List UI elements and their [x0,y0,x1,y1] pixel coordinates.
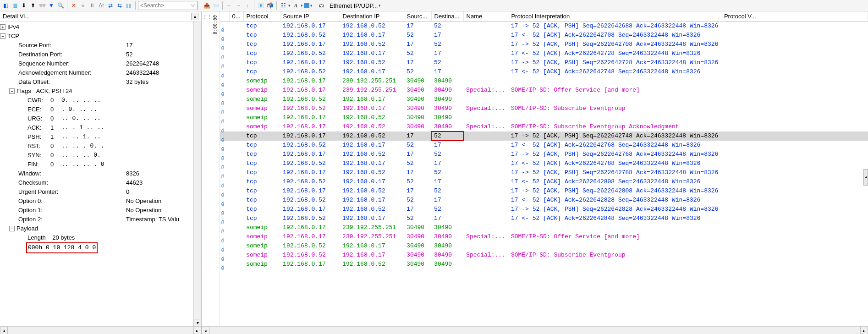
tree-field-dataoffset[interactable]: Data Offset:32 bytes [0,77,193,87]
signal-icon[interactable]: ⫿⫿ [125,1,133,10]
search-input[interactable] [138,1,198,10]
arrow-right-icon[interactable]: → [234,1,242,10]
col-source-ip[interactable]: Source IP [280,11,340,22]
packet-row[interactable]: ⎙tcp192.168.0.17192.168.0.52175217 -> 52… [220,58,868,67]
packet-row[interactable]: ⎙tcp192.168.0.17192.168.0.52175217 -> 52… [220,186,868,196]
detail-scrollbar-vertical[interactable]: ▾ [193,22,201,326]
packet-row[interactable]: ⎙tcp192.168.0.52192.168.0.17521717 <- 52… [220,159,868,168]
chevron-down-icon[interactable]: ▾ [310,3,313,8]
packet-row[interactable]: ⎙someip192.168.0.52192.168.0.17304903049… [220,241,868,251]
detail-tree[interactable]: +IPv4 −TCP Source Port:17 Destination Po… [0,22,193,326]
packet-row[interactable]: ⎙tcp192.168.0.17192.168.0.52175217 -> 52… [220,131,868,141]
collapse-icon[interactable]: − [9,226,15,231]
tree-flag-psh[interactable]: PSH:1.. .. 1. .. [0,132,193,142]
packet-row[interactable]: ⎙tcp192.168.0.17192.168.0.52175217 -> 52… [220,168,868,177]
send-b-icon[interactable]: 📨 [212,1,220,10]
col-pin[interactable] [220,11,229,22]
packet-row[interactable]: ⎙tcp192.168.0.52192.168.0.17521717 <- 52… [220,141,868,150]
export-icon[interactable]: ⬆ [29,1,37,10]
packet-row[interactable]: ⎙someip192.168.0.17192.168.0.52304903049… [220,113,868,122]
scroll-right-button[interactable]: ▸ [860,327,868,334]
collapse-handle[interactable]: ◂ [863,169,868,186]
tree-flag-rst[interactable]: RST:0.. .. . 0. . [0,142,193,151]
packet-row[interactable]: ⎙tcp192.168.0.52192.168.0.17521717 <- 52… [220,67,868,77]
config-icon[interactable]: 🗂 [318,1,326,10]
scroll-up-button[interactable]: ▴ [191,13,198,20]
packet-row[interactable]: ⎙tcp192.168.0.17192.168.0.52175217 -> 52… [220,22,868,31]
packet-grid-wrap[interactable]: 0... Protocol Source IP Destination IP S… [220,11,868,326]
layout-icon[interactable]: ☷ [279,1,287,10]
tree-flag-urg[interactable]: URG:0.. 0. .. .. [0,114,193,123]
delta-t-icon[interactable]: Δt [97,1,105,10]
packet-row[interactable]: ⎙someip192.168.0.52192.168.0.17304903049… [220,95,868,104]
scroll-track[interactable] [209,327,860,334]
mail-b-icon[interactable]: 📬 [266,1,274,10]
tree-field-opt0[interactable]: Option 0:No Operation [0,197,193,206]
packet-row[interactable]: ⎙tcp192.168.0.17192.168.0.52175217 -> 52… [220,40,868,49]
tree-field-opt1[interactable]: Option 1:No Operation [0,206,193,215]
packet-row[interactable]: ⎙someip192.168.0.17239.192.255.251304903… [220,86,868,95]
col-name[interactable]: Name [463,11,508,22]
tree-flag-ack[interactable]: ACK:1.. . 1 .. .. [0,123,193,132]
packet-row[interactable]: ⎙tcp192.168.0.52192.168.0.17521717 <- 52… [220,177,868,186]
tree-node-ipv4[interactable]: +IPv4 [0,22,193,32]
scroll-right-button[interactable]: ▸ [193,327,201,334]
packet-row[interactable]: ⎙someip192.168.0.17239.192.255.251304903… [220,77,868,86]
tree-field-dst-port[interactable]: Destination Port:52 [0,50,193,59]
tree-field-payload-hex[interactable]: 000h 0 10 128 4 0 0 [0,242,193,253]
toggle-a-icon[interactable]: ⇄ [106,1,115,10]
arrow-down-icon[interactable]: ↓ [243,1,252,10]
pause-icon[interactable]: ⏸ [88,1,96,10]
tree-field-src-port[interactable]: Source Port:17 [0,41,193,50]
packet-scrollbar-horizontal[interactable]: ◂ ▸ [202,326,868,334]
packet-row[interactable]: ⎙someip192.168.0.17192.168.0.52304903049… [220,260,868,269]
chevron-down-icon[interactable]: ▾ [288,3,291,8]
arrow-left-icon[interactable]: ← [225,1,233,10]
packet-row[interactable]: ⎙tcp192.168.0.52192.168.0.17521717 <- 52… [220,31,868,40]
col-destination-ip[interactable]: Destination IP [340,11,404,22]
packet-row[interactable]: ⎙tcp192.168.0.52192.168.0.17521717 <- 52… [220,214,868,223]
col-protocol-value[interactable]: Protocol V... [721,11,868,22]
packet-row[interactable]: ⎙tcp192.168.0.17192.168.0.52175217 -> 52… [220,205,868,214]
chart-icon[interactable]: ▥ [11,1,19,10]
scroll-down-button[interactable]: ▾ [194,319,201,326]
color-icon[interactable] [304,3,309,8]
collapse-icon[interactable]: − [0,33,5,39]
mail-a-icon[interactable]: 📧 [257,1,265,10]
scroll-track[interactable] [8,327,193,334]
gutter-handle-icon[interactable]: ⋮ [203,14,207,19]
tree-field-ack[interactable]: Acknowledgement Number:2463322448 [0,68,193,77]
tree-field-urgptr[interactable]: Urgent Pointer:0 [0,187,193,197]
nav-blue-icon[interactable]: ◧ [1,1,10,10]
gutter-handle-icon[interactable]: ⋮ [207,14,212,19]
font-icon[interactable]: A [291,1,300,10]
find-icon[interactable]: 🔍 [56,1,65,10]
packet-row[interactable]: ⎙tcp192.168.0.52192.168.0.17521717 <- 52… [220,49,868,58]
packet-row[interactable]: ⎙someip192.168.0.52192.168.0.17304903049… [220,251,868,260]
tree-node-payload[interactable]: −Payload [0,224,193,233]
toggle-b-icon[interactable]: ⇆ [115,1,124,10]
col-source-port[interactable]: Sourc... [404,11,431,22]
packet-row[interactable]: ⎙someip192.168.0.52192.168.0.17304903049… [220,104,868,113]
packet-row[interactable]: ⎙tcp192.168.0.17192.168.0.52175217 -> 52… [220,150,868,159]
tree-flag-syn[interactable]: SYN:0.. .. .. 0. [0,151,193,160]
tree-field-window[interactable]: Window:8326 [0,169,193,178]
packet-row[interactable]: ⎙someip192.168.0.17239.192.255.251304903… [220,232,868,241]
packet-row[interactable]: ⎙tcp192.168.0.52192.168.0.17521717 <- 52… [220,196,868,205]
scroll-left-button[interactable]: ◂ [0,327,8,334]
scroll-left-button[interactable]: ◂ [202,327,209,334]
col-interpretation[interactable]: Protocol Interpretation [508,11,721,22]
filter-icon[interactable]: ▼ [47,1,55,10]
tree-node-tcp[interactable]: −TCP [0,32,193,41]
delete-icon[interactable]: ✕ [70,1,78,10]
chevron-down-icon[interactable]: ▾ [301,3,303,8]
tree-field-payload-length[interactable]: Length 20 bytes [0,233,193,242]
packet-row[interactable]: ⎙someip192.168.0.17192.168.0.52304903049… [220,122,868,131]
col-protocol[interactable]: Protocol [243,11,280,22]
import-icon[interactable]: ⬇ [20,1,28,10]
tree-flag-fin[interactable]: FIN:0.. .. .. . 0 [0,160,193,169]
tree-flag-ece[interactable]: ECE:0. 0. .. .. [0,105,193,114]
glasses-icon[interactable]: 👓 [38,1,46,10]
collapse-icon[interactable]: − [9,88,15,94]
tree-flag-cwr[interactable]: CWR:00. .. .. .. [0,96,193,105]
